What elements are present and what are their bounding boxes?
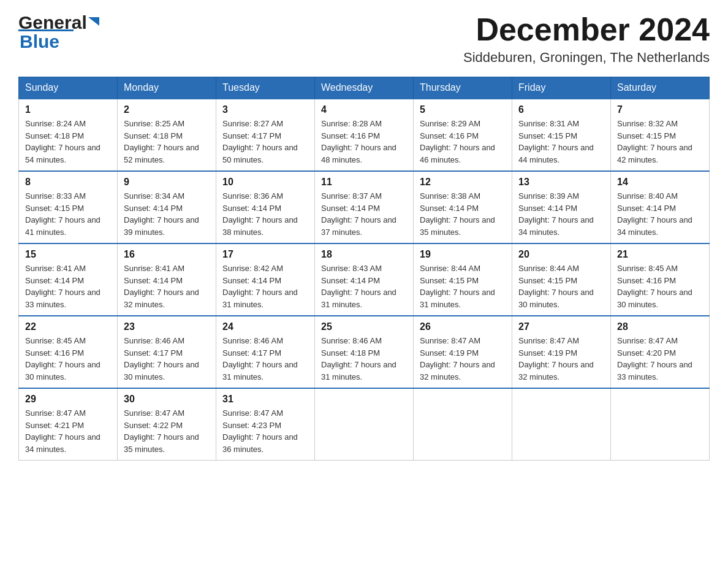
day-info: Sunrise: 8:42 AMSunset: 4:14 PMDaylight:… xyxy=(222,262,308,310)
day-info: Sunrise: 8:33 AMSunset: 4:15 PMDaylight:… xyxy=(25,190,111,238)
calendar-cell: 25Sunrise: 8:46 AMSunset: 4:18 PMDayligh… xyxy=(315,316,414,388)
calendar-cell: 20Sunrise: 8:44 AMSunset: 4:15 PMDayligh… xyxy=(512,243,611,316)
day-info: Sunrise: 8:47 AMSunset: 4:19 PMDaylight:… xyxy=(518,335,604,383)
day-info: Sunrise: 8:47 AMSunset: 4:22 PMDaylight:… xyxy=(124,407,210,455)
day-info: Sunrise: 8:44 AMSunset: 4:15 PMDaylight:… xyxy=(420,262,506,310)
calendar-cell: 8Sunrise: 8:33 AMSunset: 4:15 PMDaylight… xyxy=(19,171,118,243)
day-number: 11 xyxy=(321,177,407,188)
page-header: General Blue December 2024 Siddeburen, G… xyxy=(18,12,710,66)
day-number: 1 xyxy=(25,104,111,115)
weekday-header-row: SundayMondayTuesdayWednesdayThursdayFrid… xyxy=(19,77,710,99)
calendar-week-row: 1Sunrise: 8:24 AMSunset: 4:18 PMDaylight… xyxy=(19,99,710,171)
calendar-cell: 11Sunrise: 8:37 AMSunset: 4:14 PMDayligh… xyxy=(315,171,414,243)
day-info: Sunrise: 8:47 AMSunset: 4:23 PMDaylight:… xyxy=(222,407,308,455)
day-info: Sunrise: 8:47 AMSunset: 4:20 PMDaylight:… xyxy=(617,335,703,383)
day-info: Sunrise: 8:38 AMSunset: 4:14 PMDaylight:… xyxy=(420,190,506,238)
day-info: Sunrise: 8:47 AMSunset: 4:19 PMDaylight:… xyxy=(420,335,506,383)
day-number: 24 xyxy=(222,321,308,332)
calendar-body: 1Sunrise: 8:24 AMSunset: 4:18 PMDaylight… xyxy=(19,99,710,461)
calendar-week-row: 22Sunrise: 8:45 AMSunset: 4:16 PMDayligh… xyxy=(19,316,710,388)
day-number: 25 xyxy=(321,321,407,332)
svg-marker-0 xyxy=(88,17,99,26)
day-info: Sunrise: 8:37 AMSunset: 4:14 PMDaylight:… xyxy=(321,190,407,238)
day-number: 5 xyxy=(420,104,506,115)
calendar-cell: 17Sunrise: 8:42 AMSunset: 4:14 PMDayligh… xyxy=(216,243,315,316)
calendar-table: SundayMondayTuesdayWednesdayThursdayFrid… xyxy=(18,77,710,461)
calendar-cell: 1Sunrise: 8:24 AMSunset: 4:18 PMDaylight… xyxy=(19,99,118,171)
day-number: 14 xyxy=(617,177,703,188)
calendar-cell: 3Sunrise: 8:27 AMSunset: 4:17 PMDaylight… xyxy=(216,99,315,171)
calendar-cell xyxy=(315,388,414,461)
day-info: Sunrise: 8:24 AMSunset: 4:18 PMDaylight:… xyxy=(25,118,111,166)
day-number: 12 xyxy=(420,177,506,188)
calendar-cell xyxy=(611,388,710,461)
calendar-cell: 28Sunrise: 8:47 AMSunset: 4:20 PMDayligh… xyxy=(611,316,710,388)
day-number: 30 xyxy=(124,394,210,405)
day-info: Sunrise: 8:32 AMSunset: 4:15 PMDaylight:… xyxy=(617,118,703,166)
day-info: Sunrise: 8:43 AMSunset: 4:14 PMDaylight:… xyxy=(321,262,407,310)
day-info: Sunrise: 8:29 AMSunset: 4:16 PMDaylight:… xyxy=(420,118,506,166)
month-title: December 2024 xyxy=(463,12,710,47)
calendar-cell: 15Sunrise: 8:41 AMSunset: 4:14 PMDayligh… xyxy=(19,243,118,316)
calendar-cell: 29Sunrise: 8:47 AMSunset: 4:21 PMDayligh… xyxy=(19,388,118,461)
day-info: Sunrise: 8:36 AMSunset: 4:14 PMDaylight:… xyxy=(222,190,308,238)
day-info: Sunrise: 8:28 AMSunset: 4:16 PMDaylight:… xyxy=(321,118,407,166)
day-info: Sunrise: 8:41 AMSunset: 4:14 PMDaylight:… xyxy=(25,262,111,310)
calendar-cell: 19Sunrise: 8:44 AMSunset: 4:15 PMDayligh… xyxy=(414,243,512,316)
day-number: 16 xyxy=(124,249,210,260)
calendar-cell: 24Sunrise: 8:46 AMSunset: 4:17 PMDayligh… xyxy=(216,316,315,388)
day-number: 9 xyxy=(124,177,210,188)
day-number: 31 xyxy=(222,394,308,405)
day-number: 4 xyxy=(321,104,407,115)
calendar-cell: 14Sunrise: 8:40 AMSunset: 4:14 PMDayligh… xyxy=(611,171,710,243)
day-number: 22 xyxy=(25,321,111,332)
calendar-cell: 23Sunrise: 8:46 AMSunset: 4:17 PMDayligh… xyxy=(118,316,216,388)
day-info: Sunrise: 8:45 AMSunset: 4:16 PMDaylight:… xyxy=(25,335,111,383)
calendar-cell: 21Sunrise: 8:45 AMSunset: 4:16 PMDayligh… xyxy=(611,243,710,316)
calendar-cell: 13Sunrise: 8:39 AMSunset: 4:14 PMDayligh… xyxy=(512,171,611,243)
day-info: Sunrise: 8:46 AMSunset: 4:17 PMDaylight:… xyxy=(124,335,210,383)
weekday-header-tuesday: Tuesday xyxy=(216,77,315,99)
day-number: 3 xyxy=(222,104,308,115)
weekday-header-thursday: Thursday xyxy=(414,77,512,99)
day-number: 6 xyxy=(518,104,604,115)
calendar-cell: 10Sunrise: 8:36 AMSunset: 4:14 PMDayligh… xyxy=(216,171,315,243)
day-info: Sunrise: 8:25 AMSunset: 4:18 PMDaylight:… xyxy=(124,118,210,166)
calendar-cell: 26Sunrise: 8:47 AMSunset: 4:19 PMDayligh… xyxy=(414,316,512,388)
day-info: Sunrise: 8:46 AMSunset: 4:17 PMDaylight:… xyxy=(222,335,308,383)
weekday-header-wednesday: Wednesday xyxy=(315,77,414,99)
day-info: Sunrise: 8:40 AMSunset: 4:14 PMDaylight:… xyxy=(617,190,703,238)
day-info: Sunrise: 8:34 AMSunset: 4:14 PMDaylight:… xyxy=(124,190,210,238)
calendar-cell: 27Sunrise: 8:47 AMSunset: 4:19 PMDayligh… xyxy=(512,316,611,388)
weekday-header-monday: Monday xyxy=(118,77,216,99)
calendar-cell: 9Sunrise: 8:34 AMSunset: 4:14 PMDaylight… xyxy=(118,171,216,243)
calendar-cell: 5Sunrise: 8:29 AMSunset: 4:16 PMDaylight… xyxy=(414,99,512,171)
weekday-header-sunday: Sunday xyxy=(19,77,118,99)
day-info: Sunrise: 8:31 AMSunset: 4:15 PMDaylight:… xyxy=(518,118,604,166)
calendar-cell: 6Sunrise: 8:31 AMSunset: 4:15 PMDaylight… xyxy=(512,99,611,171)
calendar-cell: 2Sunrise: 8:25 AMSunset: 4:18 PMDaylight… xyxy=(118,99,216,171)
logo-blue: Blue xyxy=(20,31,59,52)
day-number: 17 xyxy=(222,249,308,260)
calendar-week-row: 8Sunrise: 8:33 AMSunset: 4:15 PMDaylight… xyxy=(19,171,710,243)
day-info: Sunrise: 8:39 AMSunset: 4:14 PMDaylight:… xyxy=(518,190,604,238)
day-number: 8 xyxy=(25,177,111,188)
day-number: 15 xyxy=(25,249,111,260)
location-subtitle: Siddeburen, Groningen, The Netherlands xyxy=(463,50,710,66)
logo-triangle-icon xyxy=(87,15,100,28)
day-number: 26 xyxy=(420,321,506,332)
calendar-cell: 30Sunrise: 8:47 AMSunset: 4:22 PMDayligh… xyxy=(118,388,216,461)
day-number: 29 xyxy=(25,394,111,405)
logo: General Blue xyxy=(18,12,100,52)
calendar-cell xyxy=(512,388,611,461)
calendar-cell: 31Sunrise: 8:47 AMSunset: 4:23 PMDayligh… xyxy=(216,388,315,461)
day-number: 28 xyxy=(617,321,703,332)
calendar-cell: 12Sunrise: 8:38 AMSunset: 4:14 PMDayligh… xyxy=(414,171,512,243)
day-info: Sunrise: 8:45 AMSunset: 4:16 PMDaylight:… xyxy=(617,262,703,310)
calendar-cell: 22Sunrise: 8:45 AMSunset: 4:16 PMDayligh… xyxy=(19,316,118,388)
calendar-week-row: 29Sunrise: 8:47 AMSunset: 4:21 PMDayligh… xyxy=(19,388,710,461)
day-info: Sunrise: 8:47 AMSunset: 4:21 PMDaylight:… xyxy=(25,407,111,455)
day-number: 23 xyxy=(124,321,210,332)
day-info: Sunrise: 8:41 AMSunset: 4:14 PMDaylight:… xyxy=(124,262,210,310)
weekday-header-friday: Friday xyxy=(512,77,611,99)
